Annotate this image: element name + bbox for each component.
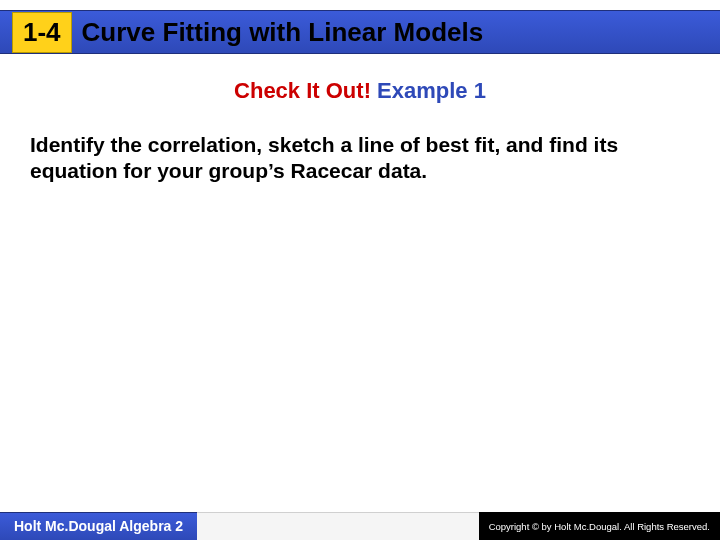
check-it-out-label: Check It Out! [234, 78, 371, 103]
problem-statement: Identify the correlation, sketch a line … [30, 132, 680, 185]
example-number-label: Example 1 [377, 78, 486, 103]
unit-badge: 1-4 [12, 12, 72, 53]
footer: Holt Mc.Dougal Algebra 2 Copyright © by … [0, 512, 720, 540]
footer-spacer [197, 512, 479, 540]
lesson-title: Curve Fitting with Linear Models [82, 17, 484, 48]
header-bar: 1-4 Curve Fitting with Linear Models [0, 10, 720, 54]
footer-copyright: Copyright © by Holt Mc.Dougal. All Right… [479, 512, 720, 540]
footer-book-title: Holt Mc.Dougal Algebra 2 [0, 512, 197, 540]
example-heading: Check It Out! Example 1 [0, 78, 720, 104]
slide: 1-4 Curve Fitting with Linear Models Che… [0, 0, 720, 540]
